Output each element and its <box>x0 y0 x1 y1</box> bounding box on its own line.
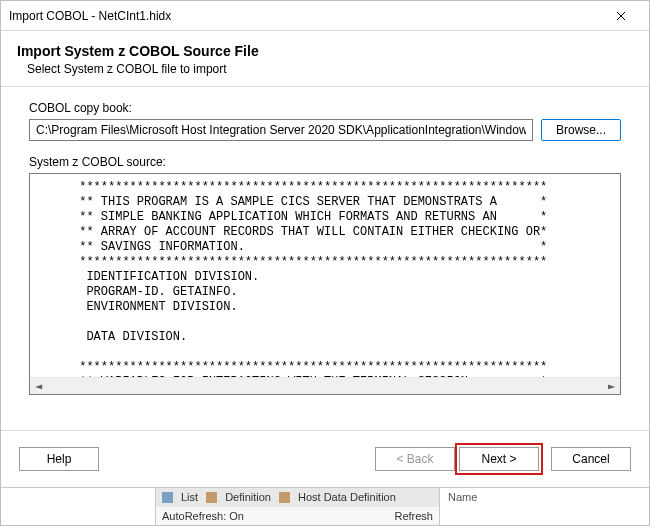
autorefresh-status: AutoRefresh: On <box>162 510 244 522</box>
list-icon <box>162 492 173 503</box>
wizard-footer: Help < Back Next > Cancel List Definitio… <box>1 430 649 525</box>
source-label: System z COBOL source: <box>29 155 621 169</box>
host-data-tab: Host Data Definition <box>298 491 396 503</box>
definition-tab: Definition <box>225 491 271 503</box>
host-data-icon <box>279 492 290 503</box>
list-tab: List <box>181 491 198 503</box>
page-title: Import System z COBOL Source File <box>17 43 633 59</box>
horizontal-scrollbar[interactable]: ◄ ► <box>30 377 620 394</box>
copybook-row: Browse... <box>29 119 621 141</box>
next-button[interactable]: Next > <box>459 447 539 471</box>
close-button[interactable] <box>601 1 641 31</box>
scroll-right-arrow-icon[interactable]: ► <box>603 378 620 395</box>
dialog-window: Import COBOL - NetCInt1.hidx Import Syst… <box>0 0 650 526</box>
back-button: < Back <box>375 447 455 471</box>
page-subtitle: Select System z COBOL file to import <box>27 62 633 76</box>
scroll-track[interactable] <box>47 378 603 395</box>
definition-icon <box>206 492 217 503</box>
background-mid-pane: List Definition Host Data Definition Aut… <box>156 488 439 525</box>
scroll-left-arrow-icon[interactable]: ◄ <box>30 378 47 395</box>
title-bar: Import COBOL - NetCInt1.hidx <box>1 1 649 31</box>
copybook-label: COBOL copy book: <box>29 101 621 115</box>
background-left-pane <box>1 488 156 525</box>
browse-button[interactable]: Browse... <box>541 119 621 141</box>
name-column-header: Name <box>448 491 477 503</box>
background-tab-row: List Definition Host Data Definition <box>156 488 439 507</box>
wizard-header: Import System z COBOL Source File Select… <box>1 31 649 86</box>
next-button-highlight: Next > <box>455 443 543 475</box>
cancel-button[interactable]: Cancel <box>551 447 631 471</box>
source-content: ****************************************… <box>30 174 620 377</box>
background-status-row: AutoRefresh: On Refresh <box>156 507 439 526</box>
background-ide-strip: List Definition Host Data Definition Aut… <box>1 487 649 525</box>
help-button[interactable]: Help <box>19 447 99 471</box>
button-bar: Help < Back Next > Cancel <box>1 430 649 487</box>
window-title: Import COBOL - NetCInt1.hidx <box>9 9 601 23</box>
wizard-body: COBOL copy book: Browse... System z COBO… <box>1 87 649 401</box>
close-icon <box>616 11 626 21</box>
background-right-pane: Name <box>439 488 649 525</box>
source-textbox[interactable]: ****************************************… <box>29 173 621 395</box>
copybook-path-input[interactable] <box>29 119 533 141</box>
refresh-link: Refresh <box>394 510 433 522</box>
